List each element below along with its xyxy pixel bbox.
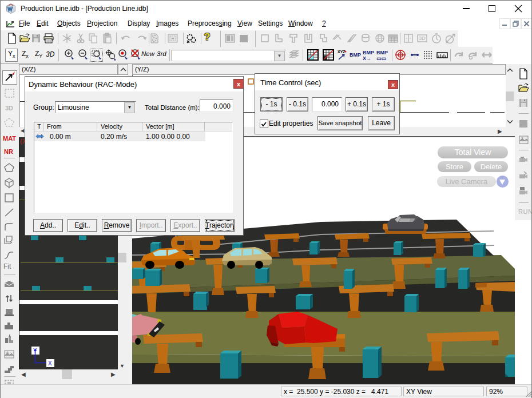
svg-text:3D: 3D xyxy=(5,105,13,112)
svg-text:X: X xyxy=(48,360,52,367)
svg-text:XYZ: XYZ xyxy=(338,50,346,54)
svg-text:3D: 3D xyxy=(419,35,426,41)
